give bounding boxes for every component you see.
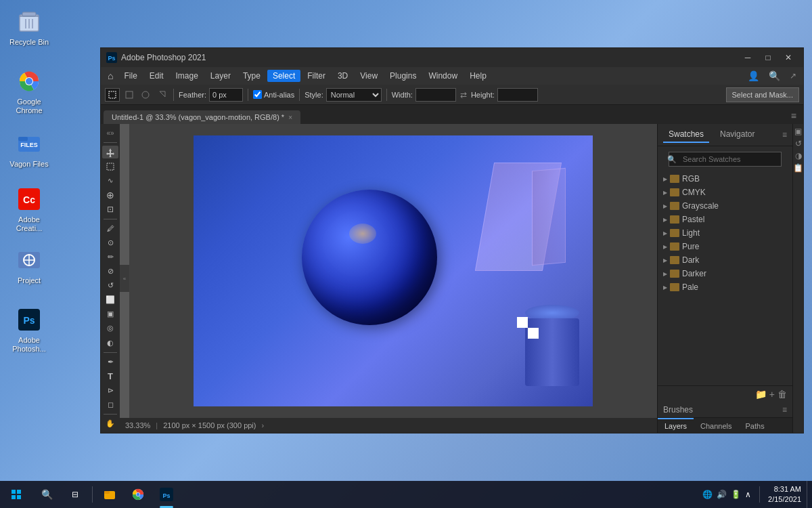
double-arrows-icon[interactable]: «» [102, 127, 118, 140]
menu-window[interactable]: Window [423, 70, 463, 82]
navigator-tab[interactable]: Navigator [715, 127, 760, 143]
swatches-panel-icon[interactable]: ▣ [794, 127, 803, 136]
close-button[interactable]: ✕ [779, 51, 798, 64]
volume-icon[interactable]: 🔊 [717, 490, 727, 499]
task-view-button[interactable]: ⊟ [61, 481, 89, 508]
lasso-tool[interactable]: ∿ [102, 174, 118, 187]
history-icon[interactable]: ↺ [794, 139, 803, 148]
show-hidden-icons[interactable]: ∧ [745, 490, 751, 499]
menu-select[interactable]: Select [267, 70, 300, 82]
swatch-group-light[interactable]: ▶ Light [658, 226, 792, 240]
ps-account-icon[interactable]: 👤 [744, 69, 763, 83]
eyedropper-tool[interactable]: 🖉 [102, 221, 118, 234]
ps-search-icon[interactable]: 🔍 [765, 69, 784, 83]
gradient-tool[interactable]: ▣ [102, 308, 118, 320]
tab-close-icon[interactable]: × [288, 114, 292, 121]
arrange-docs-icon[interactable]: ≡ [787, 108, 800, 124]
select-tool-icon[interactable] [122, 89, 136, 101]
width-input[interactable] [415, 88, 456, 102]
paths-tab[interactable]: Paths [739, 418, 771, 433]
pen-tool[interactable]: ✒ [102, 356, 118, 368]
adjustments-icon[interactable]: ◑ [794, 151, 803, 161]
text-tool[interactable]: T [102, 370, 118, 383]
swatch-group-pale[interactable]: ▶ Pale [658, 280, 792, 294]
show-desktop-btn[interactable] [807, 481, 812, 508]
menu-edit[interactable]: Edit [144, 70, 169, 82]
menu-filter[interactable]: Filter [302, 70, 331, 82]
swap-wh-icon[interactable]: ⇄ [459, 90, 468, 100]
swatch-group-dark[interactable]: ▶ Dark [658, 253, 792, 267]
crop-tool[interactable]: ⊡ [102, 203, 118, 216]
photoshop-icon[interactable]: Ps Adobe Photosh... [5, 303, 53, 356]
blur-tool[interactable]: ◎ [102, 322, 118, 335]
menu-type[interactable]: Type [238, 70, 266, 82]
menu-3d[interactable]: 3D [332, 70, 353, 82]
swatch-group-rgb[interactable]: ▶ RGB [658, 172, 792, 186]
swatch-group-cmyk[interactable]: ▶ CMYK [658, 186, 792, 199]
eraser-tool[interactable]: ⬜ [102, 293, 118, 306]
brush-tool[interactable]: ✏ [102, 251, 118, 263]
ps-document-tab[interactable]: Untitled-1 @ 33.3% (vagon_vagon-motion, … [104, 110, 300, 124]
delete-swatch-icon[interactable]: 🗑 [777, 389, 787, 400]
properties-icon[interactable]: 📋 [794, 163, 803, 173]
feather-input[interactable] [209, 88, 243, 102]
swatches-tab[interactable]: Swatches [663, 127, 709, 143]
battery-icon[interactable]: 🔋 [731, 490, 741, 499]
menu-home-icon[interactable]: ⌂ [104, 69, 117, 83]
spot-heal-tool[interactable]: ⊙ [102, 236, 118, 249]
new-swatch-icon[interactable]: + [769, 389, 775, 400]
status-arrow[interactable]: › [261, 421, 264, 429]
panel-options-icon[interactable]: ≡ [782, 130, 787, 140]
clone-stamp-tool[interactable]: ⊘ [102, 265, 118, 278]
move-tool[interactable] [102, 146, 118, 158]
crop-icon[interactable] [155, 89, 168, 101]
vagon-files-label: Vagon Files [9, 160, 48, 169]
marquee-icon[interactable] [139, 89, 152, 101]
shape-tool[interactable]: ◻ [102, 398, 118, 411]
taskbar-file-explorer[interactable] [95, 481, 124, 508]
minimize-button[interactable]: ─ [738, 51, 757, 64]
clock-display[interactable]: 8:31 AM 2/15/2021 [763, 484, 807, 505]
search-swatches-input[interactable] [669, 152, 782, 167]
collapse-panel-btn[interactable]: « [120, 265, 129, 292]
network-icon[interactable]: 🌐 [702, 490, 713, 499]
adobe-cc-icon[interactable]: Cc Adobe Creati... [5, 183, 53, 236]
swatch-group-grayscale[interactable]: ▶ Grayscale [658, 199, 792, 213]
channels-tab[interactable]: Channels [694, 418, 738, 433]
select-mask-button[interactable]: Select and Mask... [726, 87, 800, 102]
anti-alias-checkbox[interactable]: Anti-alias [253, 90, 294, 99]
menu-file[interactable]: File [118, 70, 142, 82]
taskbar-chrome[interactable] [124, 481, 152, 508]
swatch-group-darker[interactable]: ▶ Darker [658, 267, 792, 280]
layers-tab[interactable]: Layers [658, 418, 694, 433]
new-folder-icon[interactable]: 📁 [755, 389, 767, 400]
path-select-tool[interactable]: ⊳ [102, 384, 118, 397]
maximize-button[interactable]: □ [759, 51, 777, 64]
svg-point-36 [137, 493, 140, 496]
menu-plugins[interactable]: Plugins [384, 70, 422, 82]
vagon-files-icon[interactable]: FILES Vagon Files [5, 127, 53, 171]
ps-share-icon[interactable]: ↗ [786, 70, 800, 82]
google-chrome-icon[interactable]: Google Chrome [5, 65, 53, 118]
swatch-group-pastel[interactable]: ▶ Pastel [658, 213, 792, 226]
project-icon[interactable]: Project [5, 244, 53, 288]
height-input[interactable] [497, 88, 538, 102]
taskbar-photoshop[interactable]: Ps [152, 481, 181, 508]
style-select[interactable]: Normal Fixed Ratio Fixed Size [326, 88, 382, 102]
marquee-tool[interactable] [102, 160, 118, 173]
search-button[interactable]: 🔍 [32, 481, 61, 508]
start-button[interactable] [0, 481, 32, 508]
menu-layer[interactable]: Layer [205, 70, 236, 82]
quick-select-tool[interactable]: ⊕ [102, 188, 118, 201]
menu-image[interactable]: Image [171, 70, 204, 82]
brushes-options-icon[interactable]: ≡ [782, 405, 787, 415]
rect-select-icon[interactable] [105, 88, 120, 102]
hand-tool[interactable]: ✋ [102, 417, 118, 430]
menu-view[interactable]: View [355, 70, 383, 82]
recycle-bin-icon[interactable]: Recycle Bin [5, 5, 53, 49]
ps-canvas[interactable] [194, 135, 593, 406]
dodge-tool[interactable]: ◐ [102, 337, 118, 350]
swatch-group-pure[interactable]: ▶ Pure [658, 240, 792, 253]
history-brush-tool[interactable]: ↺ [102, 279, 118, 292]
menu-help[interactable]: Help [464, 70, 492, 82]
